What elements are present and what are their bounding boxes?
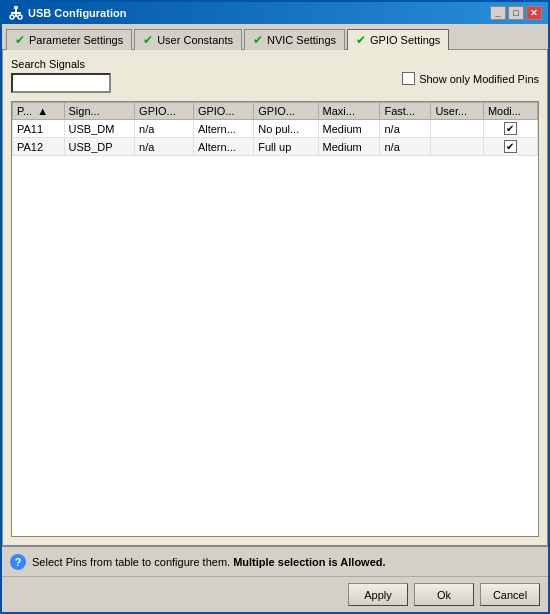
- maximize-button[interactable]: □: [508, 6, 524, 20]
- button-bar: Apply Ok Cancel: [2, 576, 548, 612]
- col-fast-mode[interactable]: Fast...: [380, 103, 431, 120]
- apply-button[interactable]: Apply: [348, 583, 408, 606]
- col-max-freq[interactable]: Maxi...: [318, 103, 380, 120]
- tab-check-gpio: ✔: [356, 33, 366, 47]
- tab-check-param: ✔: [15, 33, 25, 47]
- title-bar-left: USB Configuration: [8, 5, 126, 21]
- sort-arrow-pin: ▲: [37, 105, 48, 117]
- col-gpio-speed[interactable]: GPIO...: [254, 103, 318, 120]
- tab-check-nvic: ✔: [253, 33, 263, 47]
- col-signal[interactable]: Sign...: [64, 103, 135, 120]
- cell-max-freq-1: Medium: [318, 138, 380, 156]
- show-modified-row: Show only Modified Pins: [402, 58, 539, 85]
- title-buttons: _ □ ✕: [490, 6, 542, 20]
- status-text-normal: Select Pins from table to configure them…: [32, 556, 230, 568]
- cell-gpio-speed-0: No pul...: [254, 120, 318, 138]
- info-icon: ?: [10, 554, 26, 570]
- show-modified-label: Show only Modified Pins: [419, 73, 539, 85]
- cell-modified-1: ✔: [483, 138, 537, 156]
- tab-nvic-settings[interactable]: ✔ NVIC Settings: [244, 29, 345, 50]
- cell-max-freq-0: Medium: [318, 120, 380, 138]
- table-row[interactable]: PA12 USB_DP n/a Altern... Full up Medium…: [13, 138, 538, 156]
- col-user-label[interactable]: User...: [431, 103, 484, 120]
- table-container[interactable]: P... ▲ Sign... GPIO... GPIO...: [11, 101, 539, 537]
- search-input[interactable]: [11, 73, 111, 93]
- title-bar: USB Configuration _ □ ✕: [2, 2, 548, 24]
- modified-checkbox-0[interactable]: ✔: [504, 122, 517, 135]
- status-text: Select Pins from table to configure them…: [32, 556, 540, 568]
- tab-gpio-settings[interactable]: ✔ GPIO Settings: [347, 29, 449, 50]
- cell-gpio-mode-0: n/a: [135, 120, 194, 138]
- tab-bar: ✔ Parameter Settings ✔ User Constants ✔ …: [2, 24, 548, 49]
- content-area: Search Signals Show only Modified Pins P…: [2, 49, 548, 546]
- tab-label-param: Parameter Settings: [29, 34, 123, 46]
- col-gpio-pull[interactable]: GPIO...: [193, 103, 253, 120]
- svg-rect-2: [11, 12, 21, 14]
- cell-modified-0: ✔: [483, 120, 537, 138]
- search-group: Search Signals: [11, 58, 111, 93]
- cell-pin-0: PA11: [13, 120, 65, 138]
- cell-signal-0: USB_DM: [64, 120, 135, 138]
- table-header: P... ▲ Sign... GPIO... GPIO...: [13, 103, 538, 120]
- cell-gpio-speed-1: Full up: [254, 138, 318, 156]
- status-bar: ? Select Pins from table to configure th…: [2, 546, 548, 576]
- status-text-bold: Multiple selection is Allowed.: [233, 556, 385, 568]
- table-body: PA11 USB_DM n/a Altern... No pul... Medi…: [13, 120, 538, 156]
- tab-label-gpio: GPIO Settings: [370, 34, 440, 46]
- cell-gpio-pull-0: Altern...: [193, 120, 253, 138]
- close-button[interactable]: ✕: [526, 6, 542, 20]
- tab-parameter-settings[interactable]: ✔ Parameter Settings: [6, 29, 132, 50]
- col-gpio-mode[interactable]: GPIO...: [135, 103, 194, 120]
- cell-gpio-pull-1: Altern...: [193, 138, 253, 156]
- search-label: Search Signals: [11, 58, 111, 70]
- show-modified-checkbox[interactable]: [402, 72, 415, 85]
- cell-user-label-0: [431, 120, 484, 138]
- search-row: Search Signals Show only Modified Pins: [11, 58, 539, 93]
- cell-pin-1: PA12: [13, 138, 65, 156]
- tab-user-constants[interactable]: ✔ User Constants: [134, 29, 242, 50]
- table-row[interactable]: PA11 USB_DM n/a Altern... No pul... Medi…: [13, 120, 538, 138]
- modified-checkbox-1[interactable]: ✔: [504, 140, 517, 153]
- tab-check-user: ✔: [143, 33, 153, 47]
- cell-fast-mode-0: n/a: [380, 120, 431, 138]
- minimize-button[interactable]: _: [490, 6, 506, 20]
- cell-gpio-mode-1: n/a: [135, 138, 194, 156]
- svg-rect-0: [14, 6, 18, 9]
- cell-signal-1: USB_DP: [64, 138, 135, 156]
- svg-point-3: [10, 15, 14, 19]
- cell-user-label-1: [431, 138, 484, 156]
- window-title: USB Configuration: [28, 7, 126, 19]
- svg-point-4: [18, 15, 22, 19]
- cancel-button[interactable]: Cancel: [480, 583, 540, 606]
- cell-fast-mode-1: n/a: [380, 138, 431, 156]
- tab-label-nvic: NVIC Settings: [267, 34, 336, 46]
- col-modified[interactable]: Modi...: [483, 103, 537, 120]
- usb-icon: [8, 5, 24, 21]
- col-pin[interactable]: P... ▲: [13, 103, 65, 120]
- tab-label-user: User Constants: [157, 34, 233, 46]
- ok-button[interactable]: Ok: [414, 583, 474, 606]
- main-window: USB Configuration _ □ ✕ ✔ Parameter Sett…: [0, 0, 550, 614]
- gpio-table: P... ▲ Sign... GPIO... GPIO...: [12, 102, 538, 156]
